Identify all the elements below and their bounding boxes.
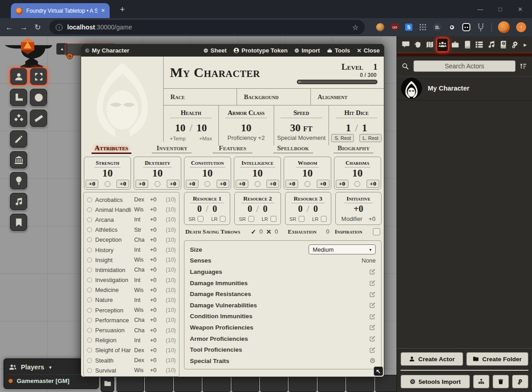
skill-row[interactable]: PerceptionWis+0(10) bbox=[87, 305, 176, 315]
lr-checkbox[interactable] bbox=[321, 216, 327, 222]
skill-proficiency-toggle[interactable] bbox=[87, 207, 92, 212]
resource-2[interactable]: Resource 2 0/0 SRLR bbox=[234, 192, 281, 225]
skill-row[interactable]: Sleight of HandDex+0(10) bbox=[87, 345, 176, 355]
edit-icon[interactable] bbox=[369, 313, 376, 320]
sr-checkbox[interactable] bbox=[198, 216, 203, 222]
tab-compendium[interactable] bbox=[498, 38, 508, 52]
sort-filter-icon[interactable] bbox=[520, 62, 527, 70]
health-stat[interactable]: Health 10/10 +Temp+Max bbox=[164, 105, 219, 145]
ability-save[interactable]: +0 bbox=[367, 180, 379, 188]
drawing-tool[interactable] bbox=[10, 130, 27, 148]
box-extension-icon[interactable] bbox=[462, 23, 470, 31]
ability-save[interactable]: +0 bbox=[266, 180, 279, 188]
death-fail-count[interactable]: 0 bbox=[271, 228, 281, 235]
tools-button[interactable]: Tools bbox=[327, 47, 350, 54]
macro-slot[interactable] bbox=[318, 375, 345, 392]
tab-scenes[interactable] bbox=[425, 38, 435, 52]
hp-max[interactable]: 10 bbox=[197, 122, 207, 134]
speed-stat[interactable]: Speed 30 ft Special Movement bbox=[274, 105, 329, 145]
hp-current[interactable]: 10 bbox=[175, 122, 185, 134]
hp-temp-label[interactable]: +Temp bbox=[170, 136, 186, 141]
import-button[interactable]: ⚙Import bbox=[295, 47, 320, 54]
tab-items[interactable] bbox=[450, 38, 460, 52]
skill-row[interactable]: InvestigationInt+0(10) bbox=[87, 275, 176, 285]
save-proficiency-toggle[interactable] bbox=[204, 181, 210, 187]
ability-mod[interactable]: +0 bbox=[236, 180, 248, 188]
trait-row[interactable]: Armor Proficiencies bbox=[190, 333, 376, 344]
close-button[interactable]: ✕ bbox=[510, 0, 530, 18]
skill-row[interactable]: NatureInt+0(10) bbox=[87, 295, 176, 305]
skill-proficiency-toggle[interactable] bbox=[87, 217, 92, 222]
skill-row[interactable]: ReligionInt+0(10) bbox=[87, 335, 176, 345]
url-bar[interactable]: i localhost:30000/game ☆ bbox=[49, 20, 365, 34]
trait-row[interactable]: Condition Immunities bbox=[190, 311, 376, 322]
skill-row[interactable]: PerformanceCha+0(10) bbox=[87, 315, 176, 325]
macro-slot[interactable] bbox=[346, 375, 374, 392]
ability-save[interactable]: +0 bbox=[217, 180, 229, 188]
long-rest-button[interactable]: L. Rest bbox=[359, 134, 382, 142]
minimize-button[interactable]: — bbox=[470, 0, 490, 18]
save-proficiency-toggle[interactable] bbox=[105, 181, 111, 187]
edit-icon[interactable] bbox=[369, 268, 376, 275]
ability-mod[interactable]: +0 bbox=[336, 180, 348, 188]
window-titlebar[interactable]: © My Character ⚙Sheet Prototype Token ⚙I… bbox=[81, 44, 384, 57]
close-window-button[interactable]: ✕Close bbox=[357, 47, 380, 54]
skill-proficiency-toggle[interactable] bbox=[87, 227, 92, 232]
save-proficiency-toggle[interactable] bbox=[255, 181, 261, 187]
trait-row[interactable]: Damage Vulnerabilities bbox=[190, 300, 376, 311]
create-actor-button[interactable]: Create Actor bbox=[401, 352, 463, 366]
skill-proficiency-toggle[interactable] bbox=[87, 338, 92, 343]
tab-biography[interactable]: Biography bbox=[334, 144, 373, 153]
5etools-import-button[interactable]: ⚙5etools Import bbox=[401, 375, 470, 388]
sr-checkbox[interactable] bbox=[248, 216, 254, 222]
race-field[interactable]: Race bbox=[164, 89, 237, 105]
browser-update-icon[interactable]: ↑ bbox=[516, 22, 526, 32]
skill-proficiency-toggle[interactable] bbox=[87, 277, 92, 282]
skill-proficiency-toggle[interactable] bbox=[87, 368, 92, 373]
trait-row[interactable]: Languages bbox=[190, 266, 376, 277]
skill-proficiency-toggle[interactable] bbox=[87, 318, 92, 323]
skill-proficiency-toggle[interactable] bbox=[87, 287, 92, 292]
target-select-tool[interactable] bbox=[30, 68, 47, 85]
sidebar-collapse-icon[interactable]: ► bbox=[522, 42, 528, 48]
ability-intelligence[interactable]: Intelligence10+0+0 bbox=[234, 157, 281, 190]
character-portrait[interactable] bbox=[81, 57, 164, 142]
skill-proficiency-toggle[interactable] bbox=[87, 328, 92, 333]
actor-list-item[interactable]: My Character bbox=[397, 76, 532, 100]
macro-slot[interactable] bbox=[289, 375, 316, 392]
hd-max[interactable]: 1 bbox=[362, 122, 368, 134]
ability-dexterity[interactable]: Dexterity10+0+0 bbox=[134, 157, 181, 190]
ability-save[interactable]: +0 bbox=[317, 180, 329, 188]
macro-slot[interactable] bbox=[145, 375, 173, 392]
skill-row[interactable]: MedicineWis+0(10) bbox=[87, 285, 176, 295]
ruler-tool[interactable] bbox=[30, 110, 47, 127]
background-field[interactable]: Background bbox=[237, 89, 310, 105]
search-input[interactable] bbox=[413, 60, 516, 72]
skill-proficiency-toggle[interactable] bbox=[87, 248, 92, 253]
skill-proficiency-toggle[interactable] bbox=[87, 297, 92, 302]
ability-mod[interactable]: +0 bbox=[285, 180, 298, 188]
bookmark-star-icon[interactable]: ☆ bbox=[352, 23, 358, 32]
tab-actors[interactable] bbox=[436, 38, 448, 52]
special-movement-label[interactable]: Special Movement bbox=[277, 134, 325, 141]
size-select[interactable]: Medium▾ bbox=[309, 244, 376, 254]
ublock-extension-icon[interactable]: UO bbox=[391, 23, 399, 31]
tab-inventory[interactable]: Inventory bbox=[152, 144, 192, 153]
skill-row[interactable]: SurvivalWis+0(10) bbox=[87, 365, 176, 375]
cookie-extension-icon[interactable] bbox=[376, 23, 384, 31]
edit-icon[interactable] bbox=[369, 347, 376, 353]
save-proficiency-toggle[interactable] bbox=[354, 181, 360, 187]
ability-save[interactable]: +0 bbox=[116, 180, 129, 188]
reload-button[interactable]: ↻ bbox=[34, 24, 41, 31]
profile-avatar[interactable] bbox=[498, 21, 510, 33]
skill-row[interactable]: IntimidationCha+0(10) bbox=[87, 265, 176, 275]
skill-row[interactable]: Animal HandlingWis+0(10) bbox=[87, 205, 176, 215]
hotbar-folder-button[interactable] bbox=[101, 375, 114, 392]
resource-1[interactable]: Resource 1 0/0 SRLR bbox=[184, 192, 230, 225]
delete-button[interactable] bbox=[493, 375, 509, 388]
ability-charisma[interactable]: Charisma10+0+0 bbox=[334, 157, 381, 190]
tab-close-icon[interactable]: ✕ bbox=[101, 8, 105, 14]
inspiration-checkbox[interactable] bbox=[373, 228, 380, 235]
initiative-mod[interactable]: +0 bbox=[369, 215, 376, 222]
skill-row[interactable]: ArcanaInt+0(10) bbox=[87, 215, 176, 225]
